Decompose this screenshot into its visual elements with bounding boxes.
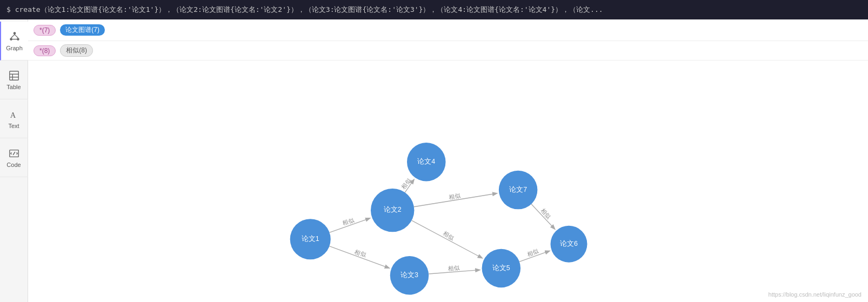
text-icon: A [8, 109, 20, 120]
sidebar-item-table[interactable]: Table [0, 61, 28, 99]
svg-line-13 [10, 153, 11, 155]
svg-text:相似: 相似 [526, 247, 540, 258]
sidebar-item-code[interactable]: Code [0, 138, 28, 177]
svg-text:相似: 相似 [442, 230, 456, 241]
graph-node-n5[interactable]: 论文5 [482, 249, 521, 288]
svg-point-0 [13, 32, 16, 35]
tag-paper-graph[interactable]: 论文图谱(7) [60, 24, 105, 36]
graph-node-n4[interactable]: 论文4 [407, 143, 446, 182]
svg-text:相似: 相似 [448, 264, 460, 272]
svg-text:相似: 相似 [354, 248, 368, 258]
sidebar-table-label: Table [6, 84, 21, 90]
graph-node-n3[interactable]: 论文3 [390, 256, 429, 295]
svg-rect-6 [9, 71, 18, 80]
svg-text:相似: 相似 [448, 192, 461, 200]
svg-text:论文1: 论文1 [302, 235, 319, 243]
svg-text:论文3: 论文3 [400, 271, 418, 279]
svg-text:论文4: 论文4 [417, 158, 435, 165]
sidebar-item-graph[interactable]: Graph [0, 22, 28, 61]
svg-text:论文7: 论文7 [509, 186, 527, 193]
svg-text:相似: 相似 [342, 217, 355, 227]
svg-line-4 [15, 34, 18, 37]
svg-text:A: A [10, 110, 16, 119]
tags-row-2: *(8) 相似(8) [28, 41, 868, 61]
sidebar-graph-label: Graph [6, 45, 23, 51]
svg-line-3 [11, 34, 14, 37]
svg-text:论文2: 论文2 [384, 206, 402, 213]
tags-row-1: *(7) 论文图谱(7) [28, 19, 868, 41]
svg-text:论文6: 论文6 [560, 240, 578, 247]
graph-node-n7[interactable]: 论文7 [499, 171, 538, 210]
main-area: Graph Table A Text [0, 19, 868, 302]
content-area: *(7) 论文图谱(7) *(8) 相似(8) 相似相似相似相似相似相似相似相似… [28, 19, 868, 302]
graph-icon [9, 31, 21, 43]
tag-edge-count[interactable]: *(8) [34, 45, 56, 56]
graph-node-n1[interactable]: 论文1 [290, 219, 331, 259]
svg-text:相似: 相似 [539, 207, 552, 220]
sidebar: Graph Table A Text [0, 19, 28, 302]
graph-svg: 相似相似相似相似相似相似相似相似论文1论文2论文3论文4论文5论文6论文7 [28, 61, 868, 302]
tag-node-count[interactable]: *(7) [34, 25, 56, 36]
watermark: https://blog.csdn.net/liqinfunz_good [769, 291, 862, 298]
svg-line-15 [16, 153, 17, 155]
svg-line-16 [13, 152, 15, 155]
code-icon [8, 147, 20, 159]
command-bar: $ create（论文1:论文图谱{论文名:'论文1'}），（论文2:论文图谱{… [0, 0, 868, 19]
svg-line-20 [412, 220, 482, 258]
sidebar-code-label: Code [6, 162, 21, 168]
sidebar-item-text[interactable]: A Text [0, 99, 28, 138]
graph-node-n6[interactable]: 论文6 [551, 226, 587, 263]
table-icon [8, 70, 20, 82]
graph-canvas: 相似相似相似相似相似相似相似相似论文1论文2论文3论文4论文5论文6论文7 ht… [28, 61, 868, 302]
graph-node-n2[interactable]: 论文2 [371, 189, 414, 232]
tag-similar[interactable]: 相似(8) [60, 44, 93, 57]
svg-text:相似: 相似 [400, 177, 412, 191]
command-text: $ create（论文1:论文图谱{论文名:'论文1'}），（论文2:论文图谱{… [6, 5, 603, 15]
svg-text:论文5: 论文5 [492, 264, 510, 272]
sidebar-text-label: Text [8, 123, 19, 129]
